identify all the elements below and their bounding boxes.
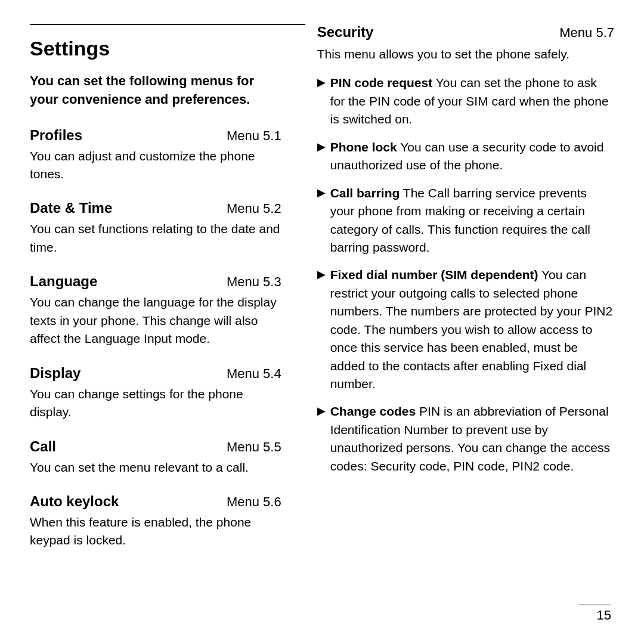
menu-number-datetime: Menu 5.2 (227, 201, 281, 216)
bullet-arrow-change-codes: ▶ (317, 403, 326, 419)
bullet-term-fixed-dial-number: Fixed dial number (SIM dependent) (330, 268, 538, 281)
menu-title-call: Call (30, 438, 56, 455)
menu-header-datetime: Date & TimeMenu 5.2 (30, 200, 281, 216)
security-bullet-list: ▶PIN code request You can set the phone … (317, 74, 614, 475)
menu-section-language: LanguageMenu 5.3You can change the langu… (30, 273, 281, 348)
bullet-arrow-pin-code-request: ▶ (317, 75, 326, 90)
menu-header-language: LanguageMenu 5.3 (30, 273, 281, 290)
menu-title-display: Display (30, 365, 80, 382)
bullet-item-change-codes: ▶Change codes PIN is an abbreviation of … (317, 402, 614, 475)
bullet-item-fixed-dial-number: ▶Fixed dial number (SIM dependent) You c… (317, 266, 614, 393)
bullet-term-pin-code-request: PIN code request (330, 76, 433, 89)
menu-description-display: You can change settings for the phone di… (30, 385, 281, 422)
security-intro: This menu allows you to set the phone sa… (317, 45, 614, 63)
menu-title-autokeylock: Auto keylock (30, 493, 119, 510)
menu-header-autokeylock: Auto keylockMenu 5.6 (30, 493, 281, 510)
menu-number-profiles: Menu 5.1 (227, 128, 281, 144)
menu-header-call: CallMenu 5.5 (30, 438, 281, 455)
bullet-item-phone-lock: ▶Phone lock You can use a security code … (317, 138, 614, 175)
menu-header-profiles: ProfilesMenu 5.1 (30, 127, 281, 144)
menu-description-datetime: You can set functions relating to the da… (30, 220, 281, 256)
menu-number-display: Menu 5.4 (227, 366, 281, 382)
bullet-content-call-barring: Call barring The Call barring service pr… (330, 184, 614, 257)
bullet-term-call-barring: Call barring (330, 186, 400, 200)
page: Settings You can set the following menus… (0, 0, 644, 644)
menu-section-autokeylock: Auto keylockMenu 5.6When this feature is… (30, 493, 281, 550)
security-header: Security Menu 5.7 (317, 24, 614, 41)
menu-section-profiles: ProfilesMenu 5.1You can adjust and custo… (30, 127, 281, 184)
left-column: Settings You can set the following menus… (30, 24, 305, 620)
page-number-divider (578, 605, 611, 606)
bullet-arrow-call-barring: ▶ (317, 185, 326, 200)
menu-description-autokeylock: When this feature is enabled, the phone … (30, 513, 281, 550)
menu-section-display: DisplayMenu 5.4You can change settings f… (30, 365, 281, 422)
menu-description-profiles: You can adjust and customize the phone t… (30, 147, 281, 184)
menu-section-datetime: Date & TimeMenu 5.2You can set functions… (30, 200, 281, 256)
page-number: 15 (597, 608, 611, 623)
bullet-content-phone-lock: Phone lock You can use a security code t… (330, 138, 614, 175)
intro-text: You can set the following menus for your… (30, 72, 281, 109)
bullet-arrow-fixed-dial-number: ▶ (317, 267, 326, 282)
right-column: Security Menu 5.7 This menu allows you t… (305, 24, 614, 620)
bullet-arrow-phone-lock: ▶ (317, 139, 326, 154)
bullet-item-call-barring: ▶Call barring The Call barring service p… (317, 184, 614, 257)
menu-title-profiles: Profiles (30, 127, 82, 144)
bullet-item-pin-code-request: ▶PIN code request You can set the phone … (317, 74, 614, 128)
bullet-content-fixed-dial-number: Fixed dial number (SIM dependent) You ca… (330, 266, 614, 393)
bullet-content-change-codes: Change codes PIN is an abbreviation of P… (330, 402, 614, 475)
page-title: Settings (30, 37, 281, 60)
menu-description-call: You can set the menu relevant to a call. (30, 459, 281, 476)
menu-number-language: Menu 5.3 (227, 274, 281, 290)
menu-title-language: Language (30, 273, 97, 290)
bullet-term-change-codes: Change codes (330, 404, 416, 418)
bullet-content-pin-code-request: PIN code request You can set the phone t… (330, 74, 614, 128)
security-number: Menu 5.7 (559, 25, 614, 41)
menu-header-display: DisplayMenu 5.4 (30, 365, 281, 382)
page-number-area: 15 (578, 605, 611, 624)
bullet-term-phone-lock: Phone lock (330, 140, 397, 154)
menu-number-autokeylock: Menu 5.6 (227, 494, 281, 510)
menu-title-datetime: Date & Time (30, 200, 112, 216)
security-title: Security (317, 24, 374, 41)
menu-sections: ProfilesMenu 5.1You can adjust and custo… (30, 127, 281, 550)
menu-number-call: Menu 5.5 (227, 439, 281, 455)
menu-section-call: CallMenu 5.5You can set the menu relevan… (30, 438, 281, 476)
menu-description-language: You can change the language for the disp… (30, 293, 281, 348)
